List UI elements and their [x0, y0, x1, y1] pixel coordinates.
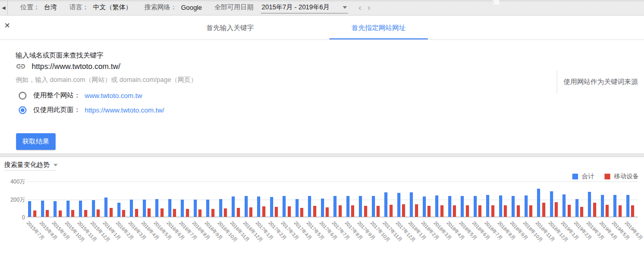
mobile-bar-2018年10月[interactable] — [529, 205, 532, 217]
mobile-bar-2016年10月[interactable] — [224, 208, 227, 217]
mobile-bar-2016年3月[interactable] — [135, 209, 138, 217]
mobile-bar-2017年2月[interactable] — [275, 207, 278, 217]
total-bar-2019年2月[interactable] — [575, 199, 579, 217]
mobile-bar-2018年6月[interactable] — [478, 205, 481, 217]
total-bar-2017年4月[interactable] — [296, 199, 299, 217]
total-bar-2016年10月[interactable] — [219, 199, 222, 217]
prev-period-icon[interactable]: ‹ — [355, 4, 364, 12]
total-bar-2018年2月[interactable] — [423, 196, 426, 217]
total-bar-2018年7月[interactable] — [486, 195, 489, 217]
legend-item-1[interactable]: 移动设备 — [605, 172, 639, 181]
mobile-bar-2018年4月[interactable] — [453, 205, 456, 217]
total-bar-2019年1月[interactable] — [562, 194, 566, 217]
total-bar-2015年9月[interactable] — [53, 201, 57, 217]
total-bar-2016年11月[interactable] — [232, 196, 235, 217]
mobile-bar-2017年11月[interactable] — [390, 205, 393, 217]
tab-1[interactable]: 首先指定网站网址 — [304, 16, 453, 40]
total-bar-2017年12月[interactable] — [397, 193, 400, 217]
mobile-bar-2018年7月[interactable] — [491, 205, 494, 217]
total-bar-2017年5月[interactable] — [308, 196, 311, 217]
mobile-bar-2017年12月[interactable] — [402, 204, 405, 217]
mobile-bar-2016年11月[interactable] — [237, 208, 240, 217]
mobile-bar-2016年5月[interactable] — [160, 208, 164, 217]
mobile-bar-2017年10月[interactable] — [377, 206, 380, 217]
mobile-bar-2017年3月[interactable] — [288, 206, 291, 217]
mobile-bar-2016年4月[interactable] — [147, 208, 151, 217]
chart-title-dropdown[interactable]: 搜索量变化趋势 — [4, 161, 58, 170]
total-bar-2017年8月[interactable] — [346, 196, 350, 217]
total-bar-2016年9月[interactable] — [206, 200, 209, 217]
location-setting[interactable]: 位置： 台湾 — [20, 3, 57, 12]
mobile-bar-2017年5月[interactable] — [313, 206, 316, 217]
mobile-bar-2016年2月[interactable] — [122, 210, 125, 217]
total-bar-2017年6月[interactable] — [321, 199, 324, 217]
total-bar-2019年6月[interactable] — [626, 195, 629, 217]
mobile-bar-2017年4月[interactable] — [300, 208, 303, 217]
mobile-bar-2016年12月[interactable] — [249, 207, 252, 217]
mobile-bar-2018年9月[interactable] — [517, 205, 520, 217]
mobile-bar-2015年11月[interactable] — [84, 210, 87, 217]
total-bar-2017年3月[interactable] — [283, 196, 286, 217]
legend-item-0[interactable]: 合计 — [572, 172, 594, 181]
total-bar-2015年7月[interactable] — [28, 201, 31, 217]
total-bar-2018年6月[interactable] — [474, 196, 477, 217]
total-bar-2018年10月[interactable] — [525, 195, 528, 217]
mobile-bar-2018年1月[interactable] — [415, 204, 418, 217]
mobile-bar-2019年4月[interactable] — [606, 205, 609, 217]
total-bar-2016年7月[interactable] — [181, 200, 184, 217]
total-bar-2015年12月[interactable] — [92, 200, 95, 217]
radio-option-0[interactable]: 使用整个网站：www.twtoto.com.tw — [19, 88, 164, 103]
total-bar-2018年11月[interactable] — [537, 189, 540, 217]
mobile-bar-2017年6月[interactable] — [326, 207, 329, 217]
total-bar-2016年8月[interactable] — [194, 200, 197, 217]
total-bar-2018年4月[interactable] — [448, 196, 451, 217]
mobile-bar-2016年9月[interactable] — [211, 209, 214, 217]
next-period-icon[interactable]: › — [365, 4, 373, 12]
mobile-bar-2016年6月[interactable] — [173, 209, 176, 217]
total-bar-2016年12月[interactable] — [245, 196, 248, 217]
total-bar-2018年1月[interactable] — [410, 192, 413, 217]
mobile-bar-2017年8月[interactable] — [351, 205, 354, 217]
mobile-bar-2016年7月[interactable] — [186, 209, 189, 217]
total-bar-2016年1月[interactable] — [104, 198, 108, 217]
total-bar-2017年1月[interactable] — [257, 196, 260, 217]
total-bar-2018年8月[interactable] — [499, 195, 502, 217]
total-bar-2017年10月[interactable] — [372, 196, 375, 217]
mobile-bar-2015年8月[interactable] — [46, 210, 49, 217]
get-results-button[interactable]: 获取结果 — [16, 133, 56, 150]
mobile-bar-2017年1月[interactable] — [262, 206, 265, 217]
mobile-bar-2018年5月[interactable] — [466, 205, 469, 217]
total-bar-2017年2月[interactable] — [270, 197, 273, 217]
total-bar-2018年3月[interactable] — [435, 195, 438, 217]
mobile-bar-2019年2月[interactable] — [580, 207, 583, 217]
mobile-bar-2016年1月[interactable] — [110, 208, 113, 217]
search-network-setting[interactable]: 搜索网络： Google — [144, 3, 202, 12]
mobile-bar-2018年3月[interactable] — [440, 205, 444, 217]
mobile-bar-2016年8月[interactable] — [198, 209, 202, 217]
mobile-bar-2018年2月[interactable] — [427, 206, 431, 217]
mobile-bar-2018年11月[interactable] — [542, 203, 545, 217]
radio-option-link[interactable]: https://www.twtoto.com.tw/ — [85, 106, 164, 114]
total-bar-2016年3月[interactable] — [130, 200, 133, 217]
total-bar-2015年8月[interactable] — [41, 201, 44, 217]
mobile-bar-2018年8月[interactable] — [504, 205, 507, 217]
total-bar-2015年10月[interactable] — [66, 201, 70, 217]
language-setting[interactable]: 语言： 中文（繁体） — [70, 3, 132, 12]
total-bar-2019年4月[interactable] — [601, 195, 604, 217]
collapse-panel-icon[interactable]: ◀ — [0, 0, 8, 16]
radio-option-link[interactable]: www.twtoto.com.tw — [85, 92, 142, 100]
mobile-bar-2015年12月[interactable] — [97, 209, 100, 217]
total-bar-2016年4月[interactable] — [143, 200, 146, 217]
mobile-bar-2019年5月[interactable] — [619, 205, 622, 217]
total-bar-2018年5月[interactable] — [461, 196, 464, 217]
total-bar-2017年9月[interactable] — [359, 196, 362, 217]
total-bar-2018年9月[interactable] — [512, 196, 515, 217]
total-bar-2017年11月[interactable] — [384, 192, 387, 217]
total-bar-2017年7月[interactable] — [333, 196, 337, 217]
total-bar-2016年6月[interactable] — [168, 199, 171, 217]
mobile-bar-2017年7月[interactable] — [339, 205, 342, 217]
mobile-bar-2015年10月[interactable] — [71, 210, 74, 217]
url-input-value[interactable]: https://www.twtoto.com.tw/ — [32, 62, 120, 71]
mobile-bar-2017年9月[interactable] — [364, 206, 367, 217]
date-range-selector[interactable]: 2015年7月 - 2019年6月 — [261, 2, 348, 13]
